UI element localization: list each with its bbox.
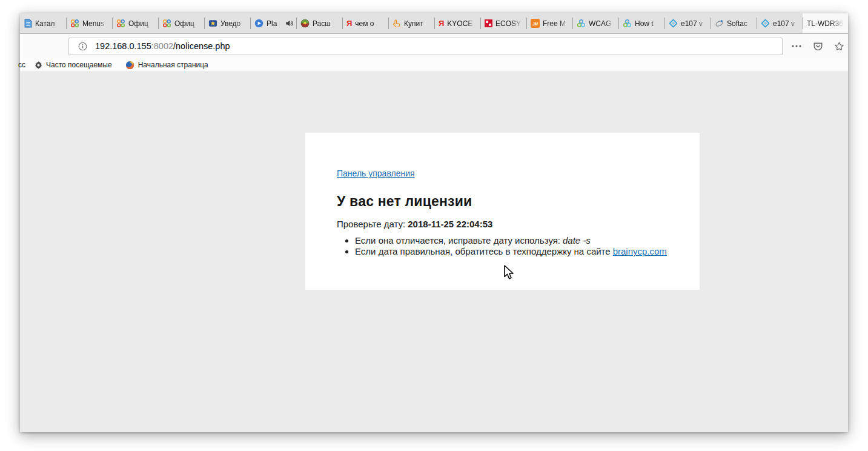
circles-icon [623,19,632,28]
tab-label: Free M [543,19,569,28]
navbar-actions [790,39,846,53]
tab-label: Офиц [174,19,201,28]
bookmark-label: Часто посещаемые [46,61,112,69]
tab-9[interactable]: Купит [388,13,434,33]
pocket-icon[interactable] [811,39,824,53]
tab-4[interactable]: Офиц [158,13,204,33]
gear-icon [35,61,42,69]
tab-strip: КаталMenusОфицОфицУведоPlaРасшЯчем оКупи… [20,13,848,34]
brainycp-link[interactable]: brainycp.com [613,246,667,256]
joomla-icon [162,19,171,28]
tab-label: How t [635,19,661,28]
tab-label: чем о [355,19,385,28]
url-host: 192.168.0.155 [95,41,151,51]
hand-icon [393,19,401,28]
tab-2[interactable]: Menus [66,13,112,33]
url-bar[interactable]: 192.168.0.155:8002/nolicense.php [68,38,783,55]
bookmarks-bar: сс Часто посещаемыеНачальная страница [20,58,848,72]
tab-11[interactable]: ECOSY [480,13,526,33]
url-text[interactable]: 192.168.0.155:8002/nolicense.php [95,41,230,51]
tab-18[interactable]: TL-WDR36 [803,13,848,33]
desktop: { "window": { "tabs": [ {"icon": "catalo… [0,0,868,451]
tab-5[interactable]: Уведо [204,13,250,33]
bookmark-truncated[interactable]: сс [18,61,25,69]
e107-icon [761,19,770,28]
bookmark-item-1[interactable]: Часто посещаемые [30,61,116,69]
joomla-icon [70,19,79,28]
tab-audio-icon[interactable] [285,19,293,27]
check-date-label: Проверьте дату: [337,219,405,229]
bookmark-item-2[interactable]: Начальная страница [121,61,213,70]
tab-1[interactable]: Катал [20,13,66,33]
tab-16[interactable]: Softac [711,13,757,33]
tab-label: Расш [313,19,339,28]
page-content: Панель управления У вас нет лицензии Про… [20,72,848,432]
date-command: date -s [563,235,591,246]
instruction-2-text: Если дата правильная, обратитесь в техпо… [355,246,611,256]
tab-17[interactable]: e107 v [757,13,803,33]
tab-6[interactable]: Pla [250,13,296,33]
instructions-list: Если она отличается, исправьте дату испо… [337,235,668,256]
tab-label: Pla [267,19,283,28]
tab-label: Menus [82,19,109,28]
tab-8[interactable]: Ячем о [342,13,388,33]
tab-10[interactable]: ЯKYOCE [434,13,480,33]
control-panel-link[interactable]: Панель управления [337,169,415,178]
tab-label: Уведо [220,19,247,28]
tab-14[interactable]: How t [618,13,664,33]
catalog-icon [24,19,32,28]
url-port: :8002 [151,41,173,51]
circles-icon [577,19,586,28]
e107-icon [669,19,678,28]
tab-3[interactable]: Офиц [112,13,158,33]
instruction-item-2: Если дата правильная, обратитесь в техпо… [355,246,668,256]
tab-12[interactable]: JMFree M [526,13,572,33]
yandex-icon: Я [439,19,444,27]
tab-label: KYOCE [447,19,477,28]
firefox-icon [125,61,134,70]
date-value: 2018-11-25 22:04:53 [408,219,492,229]
mvd-badge-icon [208,19,217,28]
tab-label: Купит [404,19,431,28]
tab-label: WCAG [589,19,615,28]
joomla-icon [116,19,125,28]
info-icon[interactable] [76,39,89,53]
play-icon [254,19,263,28]
extensions-icon [300,19,310,28]
tab-label: Softac [727,19,754,28]
jm-icon: JM [531,19,540,28]
bookmarks-list: Часто посещаемыеНачальная страница [25,61,213,70]
tab-label: e107 v [681,19,707,28]
svg-text:JM: JM [532,22,538,26]
tab-13[interactable]: WCAG [572,13,618,33]
tab-label: Офиц [128,19,155,28]
tab-label: Катал [35,19,63,28]
browser-window: КаталMenusОфицОфицУведоPlaРасшЯчем оКупи… [20,13,848,432]
page-actions-icon[interactable] [790,39,803,53]
bookmark-label: Начальная страница [138,61,208,69]
check-date-line: Проверьте дату:2018-11-25 22:04:53 [337,219,668,229]
tab-label: ECOSY [495,19,523,28]
tab-7[interactable]: Расш [296,13,342,33]
softaculous-icon [715,19,724,28]
bookmark-star-icon[interactable] [832,39,846,53]
yandex-icon: Я [346,19,352,27]
tab-label: TL-WDR36 [807,19,846,28]
page-title: У вас нет лицензии [337,193,668,210]
tab-label: e107 v [773,19,800,28]
instruction-item-1: Если она отличается, исправьте дату испо… [355,235,668,246]
license-error-card: Панель управления У вас нет лицензии Про… [305,133,700,290]
url-path: /nolicense.php [173,41,230,51]
kyocera-icon [485,19,492,27]
instruction-1-text: Если она отличается, исправьте дату испо… [355,235,560,246]
navigation-bar: 192.168.0.155:8002/nolicense.php [20,34,848,58]
tab-15[interactable]: e107 v [664,13,711,33]
